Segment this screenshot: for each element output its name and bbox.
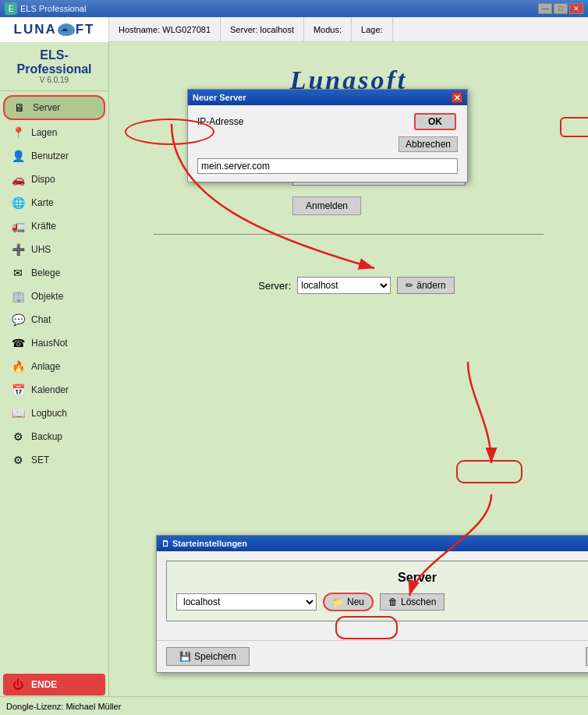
backup-icon <box>9 428 27 445</box>
sidebar-label-lagen: Lagen <box>31 127 57 138</box>
sidebar-label-krafte: Kräfte <box>31 221 56 232</box>
sidebar-label-ende: ENDE <box>31 679 57 690</box>
main-layout: ELS- Professional V 6.0.19 Server Lagen … <box>0 42 588 696</box>
phone-icon <box>9 334 27 352</box>
server-section-title: Server <box>176 571 588 585</box>
sidebar-item-anlage[interactable]: Anlage <box>3 356 105 377</box>
sidebar-item-chat[interactable]: Chat <box>3 309 105 331</box>
book-icon <box>9 405 27 422</box>
minimize-button[interactable]: — <box>538 3 552 14</box>
sidebar-label-chat: Chat <box>31 314 51 325</box>
sidebar-item-hausnot[interactable]: HausNot <box>3 332 105 354</box>
hostname-info: Hostname: WLG027081 <box>109 17 221 42</box>
sidebar: ELS- Professional V 6.0.19 Server Lagen … <box>0 42 109 696</box>
sidebar-item-server[interactable]: Server <box>3 95 105 120</box>
power-icon <box>9 676 27 693</box>
speichern-button[interactable]: 💾 Speichern <box>166 647 250 666</box>
folder-icon: 📁 <box>332 596 344 607</box>
andern-button[interactable]: ✏ ändern <box>397 277 454 294</box>
dialog-abbrechen-button[interactable]: Abbrechen <box>398 136 458 152</box>
header-info: Hostname: WLG027081 Server: localhost Mo… <box>109 17 588 42</box>
pen-icon: ✏ <box>406 280 413 291</box>
app-icon: E <box>5 2 17 15</box>
sidebar-item-karte[interactable]: Karte <box>3 192 105 214</box>
title-bar-buttons: — □ ✕ <box>538 3 583 14</box>
title-bar: E ELS Professional — □ ✕ <box>0 0 588 17</box>
sidebar-app-name: ELS- Professional <box>2 48 107 76</box>
server-info: Server: localhost <box>221 17 304 42</box>
modus-info: Modus: <box>304 17 352 42</box>
dialog-neuer-server-close[interactable]: ✕ <box>452 92 462 103</box>
sidebar-item-krafte[interactable]: Kräfte <box>3 215 105 237</box>
server-dropdown[interactable]: localhost <box>297 277 391 294</box>
location-icon <box>9 124 27 141</box>
server-value-row <box>197 158 458 174</box>
status-bar: Dongle-Lizenz: Michael Müller <box>0 696 588 715</box>
dialog-neuer-server-title: Neuer Server <box>193 93 452 102</box>
dongle-value: Michael Müller <box>66 702 121 711</box>
building-icon <box>9 288 27 305</box>
dialog-start-title: Starteinstellungen <box>172 539 588 548</box>
truck-icon <box>9 218 27 235</box>
dialog-neuer-server-titlebar: Neuer Server ✕ <box>188 90 467 105</box>
sidebar-label-hausnot: HausNot <box>31 338 68 349</box>
anmelden-button[interactable]: Anmelden <box>292 196 361 215</box>
sidebar-label-backup: Backup <box>31 431 62 442</box>
sidebar-logo: ELS- Professional V 6.0.19 <box>0 45 108 91</box>
car-icon <box>9 171 27 188</box>
sidebar-item-ende[interactable]: ENDE <box>3 674 105 696</box>
sidebar-item-lagen[interactable]: Lagen <box>3 122 105 143</box>
dialog-neuer-server-body: IP-Adresse OK Abbrechen <box>188 105 467 182</box>
title-bar-title: ELS Professional <box>20 4 538 13</box>
sidebar-item-objekte[interactable]: Objekte <box>3 285 105 307</box>
sidebar-item-belege[interactable]: Belege <box>3 262 105 284</box>
dialog-ok-button[interactable]: OK <box>414 113 456 130</box>
ip-adresse-row: IP-Adresse OK <box>197 113 458 130</box>
schliessen-button[interactable]: ❌ Schließen <box>586 647 588 666</box>
loschen-button[interactable]: 🗑 Löschen <box>380 593 445 611</box>
sidebar-label-server: Server <box>33 102 60 113</box>
anmelden-row: Anmelden <box>232 192 466 215</box>
server-name-input[interactable] <box>197 158 458 174</box>
globe-icon <box>9 194 27 211</box>
server-row: Server: localhost ✏ ändern <box>258 277 454 294</box>
save-icon: 💾 <box>179 651 191 662</box>
server-input-row: Abbrechen <box>197 136 458 152</box>
dialog-start-body: Server localhost 📁 Neu 🗑 Lösch <box>157 551 588 640</box>
sidebar-label-objekte: Objekte <box>31 291 63 302</box>
dongle-label: Dongle-Lizenz: <box>6 702 63 711</box>
sidebar-item-logbuch[interactable]: Logbuch <box>3 402 105 424</box>
maximize-button[interactable]: □ <box>554 3 568 14</box>
divider <box>154 234 544 235</box>
sidebar-version: V 6.0.19 <box>2 76 107 84</box>
server-label: Server: <box>258 280 291 292</box>
dialog-starteinstellungen: 🗒 Starteinstellungen ✕ Server localhost … <box>156 535 588 673</box>
header-logo: LUNA ☁ FT <box>0 17 109 42</box>
medical-icon <box>9 241 27 258</box>
window-close-button[interactable]: ✕ <box>569 3 583 14</box>
dialog-neuer-server: Neuer Server ✕ IP-Adresse OK Abbrechen <box>187 89 468 182</box>
ip-adresse-label: IP-Adresse <box>197 116 252 127</box>
sidebar-item-kalender[interactable]: Kalender <box>3 379 105 401</box>
server-section-row: localhost 📁 Neu 🗑 Löschen <box>176 593 588 611</box>
start-server-dropdown[interactable]: localhost <box>176 593 317 611</box>
header-bar: LUNA ☁ FT Hostname: WLG027081 Server: lo… <box>0 17 588 42</box>
sidebar-label-set: SET <box>31 455 49 465</box>
sidebar-item-dispo[interactable]: Dispo <box>3 168 105 190</box>
neu-button[interactable]: 📁 Neu <box>323 593 374 611</box>
sidebar-label-dispo: Dispo <box>31 174 55 185</box>
sidebar-label-kalender: Kalender <box>31 384 69 395</box>
dialog-start-titlebar: 🗒 Starteinstellungen ✕ <box>157 536 588 551</box>
sidebar-label-karte: Karte <box>31 197 54 208</box>
sidebar-item-set[interactable]: SET <box>3 449 105 471</box>
chat-icon <box>9 311 27 328</box>
sidebar-label-belege: Belege <box>31 267 60 278</box>
andern-circle <box>456 460 522 483</box>
start-icon: 🗒 <box>161 540 169 548</box>
delete-icon: 🗑 <box>388 596 398 607</box>
sidebar-item-uhs[interactable]: UHS <box>3 239 105 260</box>
computer-icon <box>11 99 28 116</box>
sidebar-label-uhs: UHS <box>31 244 51 255</box>
sidebar-item-benutzer[interactable]: Benutzer <box>3 145 105 167</box>
sidebar-item-backup[interactable]: Backup <box>3 426 105 448</box>
